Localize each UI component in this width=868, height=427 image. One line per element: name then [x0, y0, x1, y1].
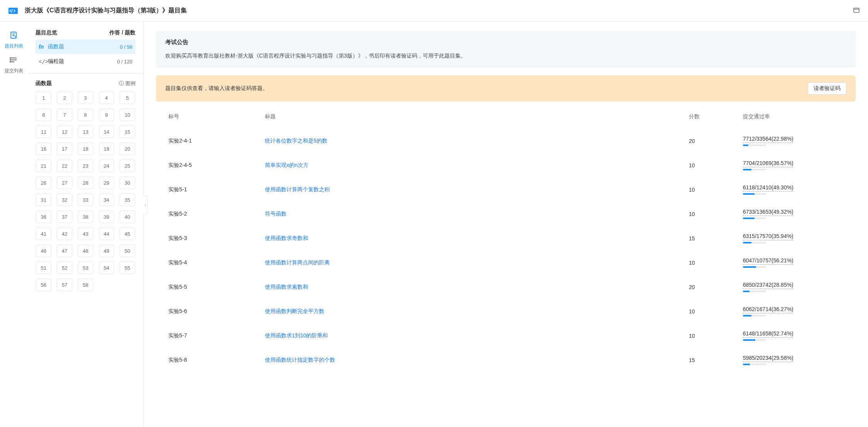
problem-cell[interactable]: 32: [57, 194, 72, 206]
problem-cell[interactable]: 37: [57, 211, 72, 223]
problem-score: 20: [689, 138, 743, 144]
collapse-handle[interactable]: ‹: [143, 196, 148, 214]
problem-title-link[interactable]: 使用函数统计指定数字的个数: [265, 357, 689, 364]
problem-cell[interactable]: 40: [120, 211, 135, 223]
problem-cell[interactable]: 39: [99, 211, 114, 223]
problem-cell[interactable]: 9: [99, 109, 114, 121]
problem-cell[interactable]: 31: [36, 194, 51, 206]
problem-cell[interactable]: 28: [78, 177, 93, 189]
svg-rect-2: [11, 32, 16, 38]
problem-cell[interactable]: 30: [120, 177, 135, 189]
warning-text: 题目集仅供查看，请输入读者验证码答题。: [165, 85, 268, 92]
problem-title-link[interactable]: 使用函数计算两个复数之积: [265, 186, 689, 193]
problem-cell[interactable]: 22: [57, 160, 72, 172]
problem-cell[interactable]: 8: [78, 109, 93, 121]
notice-card: 考试公告 欢迎购买高等教育出版社教材-浙大版《C语言程序设计实验与习题指导（第3…: [156, 31, 856, 68]
problem-cell[interactable]: 29: [99, 177, 114, 189]
problem-cell[interactable]: 44: [99, 228, 114, 240]
problem-cell[interactable]: 42: [57, 228, 72, 240]
problem-cell[interactable]: 3: [78, 92, 93, 104]
problem-cell[interactable]: 15: [120, 126, 135, 138]
problem-cell[interactable]: 50: [120, 245, 135, 257]
settings-icon[interactable]: [853, 6, 860, 15]
problem-cell[interactable]: 57: [57, 279, 72, 291]
problem-cell[interactable]: 53: [78, 262, 93, 274]
problem-cell[interactable]: 48: [78, 245, 93, 257]
overview-row-coding[interactable]: </> 编程题 0 / 120: [36, 54, 136, 69]
problem-title-link[interactable]: 使用函数求奇数和: [265, 235, 689, 242]
table-row: 实验5-7使用函数求1到10的阶乘和106148/11658(52.74%): [156, 323, 856, 348]
problem-grid: 1234567891011121314151617181920212223242…: [28, 92, 143, 299]
overview-row-function[interactable]: fn 函数题 0 / 58: [36, 39, 136, 54]
top-header: 浙大版《C语言程序设计实验与习题指导（第3版）》题目集: [0, 0, 868, 22]
problem-title-link[interactable]: 简单实现x的n次方: [265, 162, 689, 169]
problem-cell[interactable]: 49: [99, 245, 114, 257]
header-title: 标题: [265, 113, 689, 120]
problem-cell[interactable]: 46: [36, 245, 51, 257]
rail-item-submissions[interactable]: 提交列表: [2, 53, 25, 77]
problem-cell[interactable]: 25: [120, 160, 135, 172]
problem-cell[interactable]: 12: [57, 126, 72, 138]
problem-cell[interactable]: 58: [78, 279, 93, 291]
problem-cell[interactable]: 41: [36, 228, 51, 240]
problem-cell[interactable]: 47: [57, 245, 72, 257]
left-rail: 题目列表 提交列表: [0, 22, 28, 427]
problem-cell[interactable]: 13: [78, 126, 93, 138]
problem-cell[interactable]: 35: [120, 194, 135, 206]
problem-cell[interactable]: 14: [99, 126, 114, 138]
problem-cell[interactable]: 43: [78, 228, 93, 240]
verify-button[interactable]: 读者验证码: [808, 82, 846, 95]
problem-title-link[interactable]: 符号函数: [265, 211, 689, 218]
problem-cell[interactable]: 24: [99, 160, 114, 172]
problem-cell[interactable]: 1: [36, 92, 51, 104]
problem-cell[interactable]: 26: [36, 177, 51, 189]
problem-title-link[interactable]: 使用函数求1到10的阶乘和: [265, 332, 689, 339]
problem-title-link[interactable]: 使用函数计算两点间的距离: [265, 259, 689, 266]
rail-label: 提交列表: [5, 68, 23, 74]
problem-cell[interactable]: 52: [57, 262, 72, 274]
problem-cell[interactable]: 11: [36, 126, 51, 138]
problem-cell[interactable]: 51: [36, 262, 51, 274]
overview-count-header: 作答 / 题数: [109, 29, 136, 36]
problem-cell[interactable]: 17: [57, 143, 72, 155]
problem-cell[interactable]: 21: [36, 160, 51, 172]
rail-item-problems[interactable]: 题目列表: [2, 28, 25, 53]
problem-cell[interactable]: 20: [120, 143, 135, 155]
problem-cell[interactable]: 16: [36, 143, 51, 155]
problem-title-link[interactable]: 使用函数判断完全平方数: [265, 308, 689, 315]
problem-title-link[interactable]: 使用函数求素数和: [265, 284, 689, 291]
problem-score: 10: [689, 162, 743, 168]
problem-score: 10: [689, 260, 743, 266]
problem-code: 实验5-5: [168, 284, 265, 291]
problem-cell[interactable]: 6: [36, 109, 51, 121]
problem-cell[interactable]: 4: [99, 92, 114, 104]
problem-cell[interactable]: 19: [99, 143, 114, 155]
notice-title: 考试公告: [165, 39, 846, 46]
content-area: 考试公告 欢迎购买高等教育出版社教材-浙大版《C语言程序设计实验与习题指导（第3…: [144, 22, 868, 427]
problem-pass-rate: 6062/16714(36.27%): [743, 306, 843, 316]
problem-cell[interactable]: 45: [120, 228, 135, 240]
problem-cell[interactable]: 7: [57, 109, 72, 121]
notice-body: 欢迎购买高等教育出版社教材-浙大版《C语言程序设计实验与习题指导（第3版）》，书…: [165, 51, 846, 60]
svg-point-4: [10, 60, 11, 60]
problem-cell[interactable]: 34: [99, 194, 114, 206]
problem-cell[interactable]: 2: [57, 92, 72, 104]
problem-cell[interactable]: 23: [78, 160, 93, 172]
problem-cell[interactable]: 33: [78, 194, 93, 206]
problem-cell[interactable]: 27: [57, 177, 72, 189]
problem-cell[interactable]: 55: [120, 262, 135, 274]
problem-cell[interactable]: 38: [78, 211, 93, 223]
problem-pass-rate: 6047/10757(56.21%): [743, 257, 843, 268]
legend-link[interactable]: ⓘ 图例: [119, 80, 136, 87]
problem-cell[interactable]: 36: [36, 211, 51, 223]
problem-cell[interactable]: 54: [99, 262, 114, 274]
problem-code: 实验5-3: [168, 235, 265, 242]
problem-title-link[interactable]: 统计各位数字之和是5的数: [265, 138, 689, 145]
problem-cell[interactable]: 18: [78, 143, 93, 155]
svg-point-5: [10, 61, 11, 62]
header-code: 标号: [168, 113, 265, 120]
problem-cell[interactable]: 5: [120, 92, 135, 104]
problem-cell[interactable]: 10: [120, 109, 135, 121]
problem-pass-rate: 6733/13653(49.32%): [743, 209, 843, 219]
problem-cell[interactable]: 56: [36, 279, 51, 291]
